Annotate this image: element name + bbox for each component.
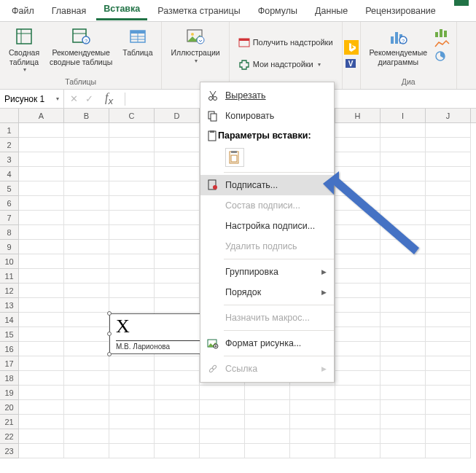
- recommended-charts-icon: ?: [388, 26, 408, 47]
- tables-group-label: Таблицы: [65, 77, 96, 86]
- svg-rect-34: [211, 114, 216, 121]
- tab-insert[interactable]: Вставка: [96, 1, 147, 20]
- svg-text:?: ?: [402, 38, 405, 44]
- row-7[interactable]: 7: [0, 211, 18, 225]
- col-B[interactable]: B: [64, 109, 109, 122]
- cut-icon: [206, 89, 219, 102]
- svg-rect-0: [17, 29, 31, 44]
- row-20[interactable]: 20: [0, 400, 18, 415]
- svg-point-14: [197, 36, 204, 44]
- svg-rect-16: [239, 39, 249, 41]
- row-4[interactable]: 4: [0, 167, 18, 181]
- svg-point-29: [209, 97, 213, 101]
- row-headers[interactable]: 1234567891011121314151617181920212223: [0, 123, 19, 458]
- svg-rect-26: [440, 29, 442, 37]
- svg-rect-25: [435, 32, 438, 37]
- col-J[interactable]: J: [426, 109, 471, 122]
- row-19[interactable]: 19: [0, 386, 18, 400]
- row-23[interactable]: 23: [0, 444, 18, 458]
- svg-point-13: [191, 33, 194, 36]
- svg-text:V: V: [348, 60, 353, 68]
- row-17[interactable]: 17: [0, 356, 18, 371]
- select-all-corner[interactable]: [0, 109, 19, 123]
- cancel-icon[interactable]: ✕: [70, 93, 78, 104]
- row-9[interactable]: 9: [0, 240, 18, 254]
- chart-type-3[interactable]: [434, 51, 450, 61]
- col-D[interactable]: D: [155, 109, 200, 122]
- row-11[interactable]: 11: [0, 269, 18, 284]
- get-addins-button[interactable]: Получить надстройки: [235, 35, 336, 50]
- paste-icon: [206, 130, 218, 141]
- bing-icon[interactable]: [344, 40, 359, 55]
- ctx-copy[interactable]: Копировать: [200, 106, 334, 126]
- row-10[interactable]: 10: [0, 254, 18, 269]
- svg-rect-21: [395, 32, 398, 44]
- ctx-order[interactable]: Порядок▶: [200, 282, 334, 302]
- store-icon: [238, 36, 250, 48]
- tab-home[interactable]: Главная: [44, 3, 94, 19]
- ctx-paste-options-label: Параметры вставки:: [200, 126, 334, 145]
- tab-review[interactable]: Рецензирование: [358, 3, 443, 19]
- ctx-cut[interactable]: Вырезать: [200, 85, 334, 106]
- ctx-link: Ссылка▶: [200, 359, 334, 379]
- col-I[interactable]: I: [381, 109, 426, 122]
- svg-point-47: [211, 364, 216, 370]
- row-8[interactable]: 8: [0, 225, 18, 240]
- pivot-icon: [14, 26, 34, 47]
- context-menu: Вырезать Копировать Параметры вставки: П…: [200, 82, 335, 383]
- ctx-sig-setup[interactable]: Настройка подписи...: [200, 216, 334, 236]
- row-6[interactable]: 6: [0, 196, 18, 211]
- row-18[interactable]: 18: [0, 371, 18, 386]
- row-22[interactable]: 22: [0, 429, 18, 444]
- table-icon: [128, 26, 148, 47]
- svg-rect-20: [391, 36, 394, 44]
- row-21[interactable]: 21: [0, 415, 18, 429]
- name-box[interactable]: Рисунок 1▾: [0, 90, 64, 108]
- ribbon: Сводная таблица▾ ? Рекомендуемые сводные…: [0, 22, 476, 90]
- pivot-table-button[interactable]: Сводная таблица▾: [6, 25, 42, 75]
- tab-data[interactable]: Данные: [308, 3, 355, 19]
- format-picture-icon: [206, 337, 219, 350]
- svg-point-41: [213, 185, 217, 189]
- chart-type-2[interactable]: [434, 39, 450, 50]
- row-13[interactable]: 13: [0, 298, 18, 313]
- recommended-charts-button[interactable]: ? Рекомендуемые диаграммы: [367, 25, 431, 68]
- ctx-assign-macro: Назначить макрос...: [200, 308, 334, 328]
- svg-point-30: [214, 97, 217, 101]
- paste-option-default[interactable]: [225, 148, 244, 167]
- svg-text:?: ?: [85, 38, 88, 44]
- svg-rect-8: [130, 31, 145, 34]
- ctx-remove-sig: Удалить подпись: [200, 236, 334, 257]
- ctx-sig-details: Состав подписи...: [200, 195, 334, 216]
- table-button[interactable]: Таблица: [120, 25, 155, 59]
- recommended-pivot-button[interactable]: ? Рекомендуемые сводные таблицы: [47, 25, 115, 68]
- illustrations-button[interactable]: Иллюстрации▾: [168, 25, 222, 66]
- ctx-group[interactable]: Группировка▶: [200, 262, 334, 282]
- tab-pagelayout[interactable]: Разметка страницы: [150, 3, 247, 19]
- ctx-format-picture[interactable]: Формат рисунка...: [200, 333, 334, 353]
- fx-icon[interactable]: fx: [99, 91, 119, 106]
- tab-formulas[interactable]: Формулы: [251, 3, 305, 19]
- row-1[interactable]: 1: [0, 123, 18, 138]
- row-14[interactable]: 14: [0, 313, 18, 327]
- row-15[interactable]: 15: [0, 327, 18, 342]
- illustrations-icon: [185, 26, 206, 47]
- col-C[interactable]: C: [109, 109, 155, 122]
- row-5[interactable]: 5: [0, 181, 18, 196]
- sign-icon: [206, 179, 219, 192]
- enter-icon[interactable]: ✓: [85, 93, 93, 104]
- chart-type-1[interactable]: [434, 28, 450, 38]
- tab-file[interactable]: Файл: [4, 3, 42, 19]
- col-H[interactable]: H: [335, 109, 381, 122]
- row-2[interactable]: 2: [0, 138, 18, 152]
- copy-icon: [206, 109, 219, 122]
- visio-icon[interactable]: V: [344, 56, 359, 71]
- svg-rect-39: [231, 155, 237, 162]
- row-12[interactable]: 12: [0, 284, 18, 298]
- my-addins-button[interactable]: Мои надстройки▾: [235, 57, 324, 71]
- row-3[interactable]: 3: [0, 152, 18, 167]
- row-16[interactable]: 16: [0, 342, 18, 356]
- ctx-sign[interactable]: Подписать...: [200, 175, 334, 195]
- col-A[interactable]: A: [19, 109, 64, 122]
- svg-line-32: [210, 91, 214, 97]
